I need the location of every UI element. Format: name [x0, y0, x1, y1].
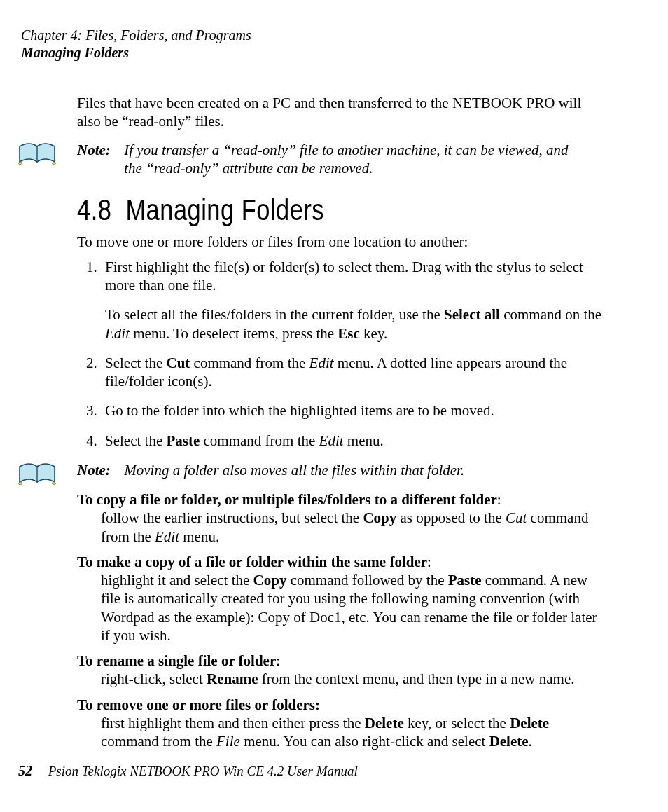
running-header: Chapter 4: Files, Folders, and Programs … [21, 27, 605, 62]
chapter-line: Chapter 4: Files, Folders, and Programs [21, 27, 605, 44]
page-footer: 52 Psion Teklogix NETBOOK PRO Win CE 4.2… [18, 762, 358, 780]
step-item: Select the Cut command from the Edit men… [101, 354, 605, 391]
steps-list: First highlight the file(s) or folder(s)… [101, 258, 605, 450]
step-item: Go to the folder into which the highligh… [101, 401, 605, 420]
def-body: follow the earlier instructions, but sel… [101, 509, 605, 546]
note-block: Note: Moving a folder also moves all the… [77, 461, 605, 479]
section-line: Managing Folders [21, 44, 605, 62]
section-number: 4.8 [77, 193, 111, 226]
step-4: Select the Paste command from the Edit m… [105, 432, 605, 450]
note-label: Note: [77, 461, 120, 479]
section-heading: 4.8Managing Folders [77, 191, 605, 228]
step-item: First highlight the file(s) or folder(s)… [101, 258, 605, 343]
def-lead: To remove one or more files or folders: [77, 696, 605, 714]
note-block: Note: If you transfer a “read-only” file… [77, 141, 605, 178]
def-body: first highlight them and then either pre… [101, 714, 605, 751]
step-1a: First highlight the file(s) or folder(s)… [105, 258, 605, 295]
intro-paragraph: Files that have been created on a PC and… [77, 94, 605, 131]
page: Chapter 4: Files, Folders, and Programs … [0, 0, 668, 812]
content-column: Files that have been created on a PC and… [77, 94, 605, 750]
def-body: right-click, select Rename from the cont… [101, 670, 605, 688]
step-item: Select the Paste command from the Edit m… [101, 432, 605, 450]
book-icon [17, 460, 57, 488]
section-title: Managing Folders [125, 193, 324, 226]
note-text: If you transfer a “read-only” file to an… [124, 141, 579, 178]
note-text: Moving a folder also moves all the files… [124, 461, 579, 479]
note-label: Note: [77, 141, 120, 159]
def-body: highlight it and select the Copy command… [101, 571, 605, 645]
def-lead: To rename a single file or folder: [77, 652, 605, 670]
book-icon [17, 139, 57, 167]
def-lead: To make a copy of a file or folder withi… [77, 553, 605, 571]
lead-in: To move one or more folders or files fro… [77, 233, 605, 251]
step-2: Select the Cut command from the Edit men… [105, 354, 605, 391]
footer-title: Psion Teklogix NETBOOK PRO Win CE 4.2 Us… [48, 764, 358, 778]
page-number: 52 [18, 763, 32, 778]
step-3: Go to the folder into which the highligh… [105, 401, 605, 420]
def-lead: To copy a file or folder, or multiple fi… [77, 490, 605, 509]
step-1b: To select all the files/folders in the c… [105, 305, 605, 343]
